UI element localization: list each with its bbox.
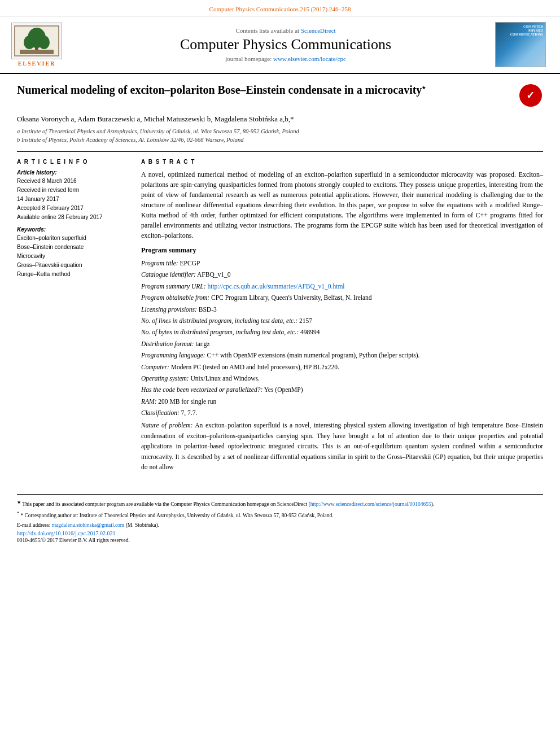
keyword-2: Bose–Einstein condensate: [17, 243, 130, 252]
footer-divider: [17, 494, 543, 495]
ps-computer-row: Computer: Modern PC (tested on AMD and I…: [141, 362, 543, 372]
ps-program-title-row: Program title: EPCGP: [141, 258, 543, 268]
article-content: Numerical modeling of exciton–polariton …: [0, 74, 560, 487]
ps-nature-row: Nature of problem: An exciton–polariton …: [141, 420, 543, 472]
homepage-link[interactable]: www.elsevier.com/locate/cpc: [273, 55, 346, 62]
two-column-layout: A R T I C L E I N F O Article history: R…: [17, 159, 543, 473]
keyword-4: Gross–Pitaevskii equation: [17, 261, 130, 270]
email-link[interactable]: magdalena.stobinska@gmail.com: [52, 522, 126, 528]
article-info-heading: A R T I C L E I N F O: [17, 159, 130, 165]
ps-summary-url-link[interactable]: http://cpc.cs.qub.ac.uk/summaries/AFBQ_v…: [207, 283, 344, 290]
abstract-column: A B S T R A C T A novel, optimized numer…: [141, 159, 543, 473]
journal-header: ELSEVIER Contents lists available at Sci…: [0, 16, 560, 74]
svg-rect-6: [20, 50, 54, 54]
sciencedirect-footer-link[interactable]: http://www.sciencedirect.com/science/jou…: [310, 502, 431, 508]
page: Computer Physics Communications 215 (201…: [0, 0, 560, 747]
star-footnote: ★ This paper and its associated computer…: [17, 499, 543, 508]
ps-licensing-row: Licensing provisions: BSD-3: [141, 304, 543, 314]
history-dates: Received 8 March 2016 Received in revise…: [17, 177, 130, 222]
ps-catalogue-row: Catalogue identifier: AFBQ_v1_0: [141, 269, 543, 279]
journal-main-title: Computer Physics Communications: [180, 36, 391, 53]
science-direct-link[interactable]: ScienceDirect: [301, 27, 336, 34]
elsevier-label: ELSEVIER: [18, 60, 56, 67]
journal-cover-image: COMPUTERPHYSICSCOMMUNICATIONS: [495, 22, 546, 67]
email-footnote: E-mail address: magdalena.stobinska@gmai…: [17, 521, 543, 529]
affiliations: a Institute of Theoretical Physics and A…: [17, 127, 543, 145]
contents-line: Contents lists available at ScienceDirec…: [235, 27, 335, 34]
top-citation-bar: Computer Physics Communications 215 (201…: [0, 0, 560, 16]
keyword-1: Exciton–polariton superfluid: [17, 234, 130, 243]
affiliation-b: b Institute of Physics, Polish Academy o…: [17, 136, 543, 145]
program-summary: Program summary Program title: EPCGP Cat…: [141, 246, 543, 472]
keywords-label: Keywords:: [17, 226, 130, 233]
elsevier-logo-section: ELSEVIER: [11, 22, 79, 67]
ps-bytes-row: No. of bytes in distributed program, inc…: [141, 327, 543, 337]
accepted-date: Accepted 8 February 2017: [17, 204, 130, 213]
ps-distribution-row: Distribution format: tar.gz: [141, 339, 543, 349]
article-title-section: Numerical modeling of exciton–polariton …: [17, 82, 543, 108]
corresponding-footnote: * * Corresponding author at: Institute o…: [17, 510, 543, 519]
journal-header-center: Contents lists available at ScienceDirec…: [85, 22, 487, 67]
keywords-list: Exciton–polariton superfluid Bose–Einste…: [17, 234, 130, 279]
elsevier-logo-image: [11, 23, 62, 59]
keyword-5: Runge–Kutta method: [17, 270, 130, 279]
elsevier-svg: [14, 25, 59, 56]
journal-cover-section: COMPUTERPHYSICSCOMMUNICATIONS: [492, 22, 549, 67]
received-revised-date: 14 January 2017: [17, 195, 130, 204]
received-revised-label: Received in revised form: [17, 186, 130, 195]
journal-citation-link[interactable]: Computer Physics Communications 215 (201…: [209, 6, 351, 12]
program-summary-heading: Program summary: [141, 246, 543, 255]
ps-language-row: Programming language: C++ with OpenMP ex…: [141, 350, 543, 360]
ps-os-row: Operating system: Unix/Linux and Windows…: [141, 373, 543, 383]
ps-obtainable-row: Program obtainable from: CPC Program Lib…: [141, 292, 543, 303]
abstract-text: A novel, optimized numerical method of m…: [141, 169, 543, 241]
ps-summary-url-row: Program summary URL: http://cpc.cs.qub.a…: [141, 281, 543, 291]
affiliation-a: a Institute of Theoretical Physics and A…: [17, 127, 543, 136]
divider-after-affiliations: [17, 151, 543, 152]
svg-point-5: [38, 36, 50, 49]
ps-ram-row: RAM: 200 MB for single run: [141, 396, 543, 407]
abstract-heading: A B S T R A C T: [141, 159, 543, 165]
ps-vectorized-row: Has the code been vectorized or parallel…: [141, 385, 543, 395]
homepage-line: journal homepage: www.elsevier.com/locat…: [225, 55, 346, 62]
doi-link[interactable]: http://dx.doi.org/10.1016/j.cpc.2017.02.…: [0, 529, 560, 538]
journal-cover-text: COMPUTERPHYSICSCOMMUNICATIONS: [510, 25, 543, 37]
ps-lines-row: No. of lines in distributed program, inc…: [141, 316, 543, 326]
keyword-3: Microcavity: [17, 252, 130, 261]
footer-notes: ★ This paper and its associated computer…: [0, 499, 560, 529]
copyright-line: 0010-4655/© 2017 Elsevier B.V. All right…: [0, 538, 560, 548]
crossmark-icon: [519, 84, 542, 107]
authors-line: Oksana Voronych a, Adam Buraczewski a, M…: [17, 113, 543, 125]
elsevier-logo: ELSEVIER: [11, 23, 62, 67]
crossmark-badge[interactable]: [518, 82, 543, 108]
svg-point-4: [24, 36, 35, 49]
history-label: Article history:: [17, 169, 130, 176]
article-info-column: A R T I C L E I N F O Article history: R…: [17, 159, 130, 473]
article-title: Numerical modeling of exciton–polariton …: [17, 82, 518, 97]
ps-classification-row: Classification: 7, 7.7.: [141, 408, 543, 418]
available-date: Available online 28 February 2017: [17, 213, 130, 222]
received-date: Received 8 March 2016: [17, 177, 130, 186]
